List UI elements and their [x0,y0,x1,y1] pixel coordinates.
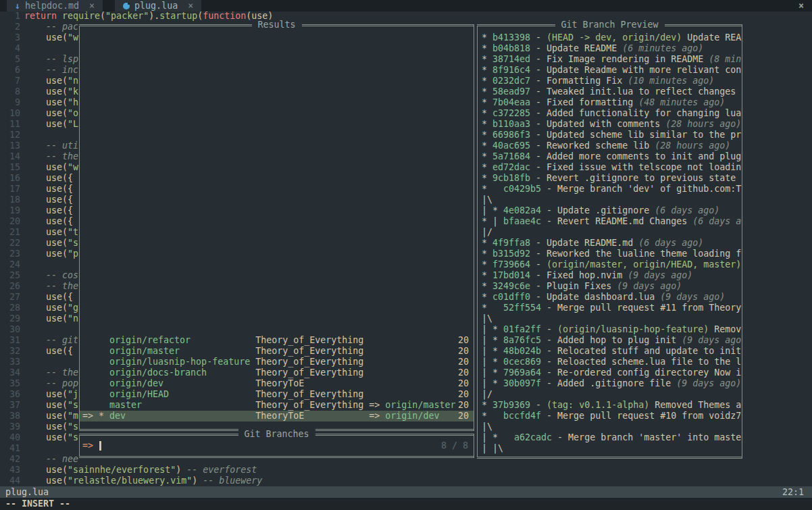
text-segment: - Fixed formatting [530,97,638,107]
text-segment: use( [24,303,68,313]
branch-name: origin/refactor [109,335,255,345]
branch-date: 20 [458,367,469,378]
git-log-line: |\ [482,195,742,205]
branch-row[interactable]: origin/HEAD Theory_of_Everything 20 [80,389,474,400]
text-segment: use({ [24,216,73,226]
branch-name: origin/dev [109,378,255,388]
code-text: -- lsp [20,54,78,64]
branch-row[interactable]: origin/docs-branch Theory_of_Everything … [80,367,474,378]
upstream-branch: origin/master [385,400,455,410]
text-segment: b04b818 [492,43,530,53]
text-segment: bccfd4f [503,411,541,421]
text-segment: ). [149,11,159,21]
text-segment: Theory_of_Everything [255,400,369,410]
branch-row[interactable]: origin/dev TheoryToE 20 [80,378,474,389]
text-segment [82,378,109,388]
line-number: 1 [0,11,20,22]
text-segment: - Added hop to plug init [541,335,682,345]
code-text: use("w [20,162,78,172]
tab-plug-lua[interactable]: plug.lua × [115,0,201,11]
text-segment: "packer" [105,11,149,21]
text-segment: 48b024b [503,346,541,356]
text-segment: function [203,11,246,21]
branch-row[interactable]: origin/master Theory_of_Everything 20 [80,346,474,357]
text-segment [82,389,109,399]
text-segment: c0429b5 [503,184,541,194]
branch-row[interactable]: origin/refactor Theory_of_Everything 20 [80,335,474,346]
git-log-line: * 7b04eaa - Fixed formatting (48 minutes… [482,97,742,108]
upstream-branch: origin/dev [385,411,439,421]
branch-row[interactable]: master Theory_of_Everything => origin/ma… [80,400,474,411]
text-segment: b315d92 [492,249,530,259]
code-text: use({ [20,346,73,356]
text-segment: (origin/luasnip-hop-feature) [557,324,709,334]
text-segment: * [482,86,492,97]
text-segment: => [369,400,385,410]
git-log-line: * b110aa3 - Updated with comments (28 ho… [482,119,742,130]
text-segment: (48 minutes ago) [638,97,725,107]
line-number: 43 [0,465,20,476]
text-segment: Removed Themes a [649,400,741,410]
text-segment: -- git [24,335,78,345]
text-segment: - Tweaked init.lua to reflect changes [530,86,736,97]
line-number: 42 [0,454,20,465]
text-segment: * [482,292,492,302]
line-number: 32 [0,346,20,357]
text-segment: 7b04eaa [492,97,530,107]
git-log-line: * c0429b5 - Merge branch 'dev' of github… [482,184,742,195]
text-segment: - [530,32,547,43]
text-segment: - Fix Image rendering in README [530,54,709,64]
git-log-line: * f739664 - (origin/master, origin/HEAD,… [482,259,742,270]
text-segment: b110aa3 [492,119,530,129]
text-segment: 37b9369 [492,400,530,410]
tab-helpdoc-md[interactable]: ↓ helpdoc.md × [7,0,103,11]
line-number: 44 [0,476,20,486]
text-segment: "m [68,411,78,421]
git-log-line: |\ [482,313,742,324]
text-segment: |/ [482,389,492,399]
text-segment: - Update README [530,43,622,53]
tab-close-icon[interactable]: × [84,1,95,11]
window-close-icon[interactable]: × [798,1,804,11]
text-segment: startup [159,11,197,21]
branch-row[interactable]: origin/luasnip-hop-feature Theory_of_Eve… [80,357,474,367]
text-segment: "n [68,76,78,86]
text-segment: - Update dashboard.lua [530,292,660,302]
text-segment: c372285 [492,108,530,118]
text-segment: * [482,54,492,64]
text-segment: * [482,400,492,410]
text-segment: "L [68,119,78,129]
text-segment: * [482,162,492,172]
text-segment: (9 days ago) [617,281,682,291]
line-number: 38 [0,411,20,422]
git-log-line: | |\ [482,443,742,454]
text-segment: use({ [24,346,73,356]
git-log-line: * 5a71684 - Added more comments to init … [482,151,742,162]
line-number: 22 [0,238,20,249]
tab-close-icon[interactable]: × [182,1,193,11]
text-segment: 17bd014 [492,270,530,280]
text-segment: 30b097f [503,378,541,388]
line-number: 36 [0,389,20,400]
line-number: 40 [0,432,20,443]
text-segment: * [482,184,503,194]
text-segment: * [482,303,503,313]
text-segment: 7969a64 [503,367,541,378]
text-segment: -- uti [24,141,78,151]
text-segment: -- inc [24,65,78,75]
code-text: use("s [20,238,78,248]
text-segment: use( [24,432,68,442]
text-segment: |/ [482,227,492,237]
branch-row-selected[interactable]: => * dev TheoryToE => origin/dev20 [80,411,474,422]
text-segment: b413398 [492,32,530,43]
text-segment: ( [100,11,105,21]
text-segment: use( [24,465,68,475]
text-segment: => [369,411,385,421]
text-segment: ed72dac [492,162,530,172]
text-segment: use( [24,97,68,107]
text-segment: 8f916c4 [492,65,530,75]
text-segment: (9 days ago [682,335,741,345]
line-number: 20 [0,216,20,227]
text-segment: use( [24,313,68,324]
text-segment: Theory_of_Everything [255,346,369,356]
